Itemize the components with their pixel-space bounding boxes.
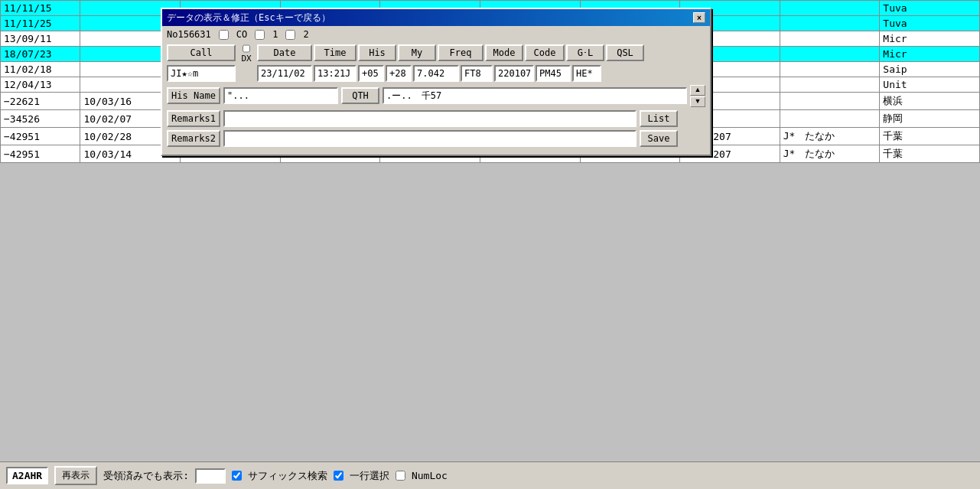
- modal-titlebar: データの表示＆修正（Escキーで戻る） ×: [162, 9, 710, 26]
- received-label: 受領済みでも表示:: [103, 469, 189, 483]
- bottom-bar: A2AHR 再表示 受領済みでも表示: サフィックス検索 一行選択 NumLoc: [0, 461, 980, 489]
- dx-label: DX: [241, 54, 251, 64]
- callsign-field: A2AHR: [6, 467, 48, 484]
- modal-dialog: データの表示＆修正（Escキーで戻る） × No156631 CO 1 2 Ca…: [161, 8, 711, 156]
- suffix-checkbox[interactable]: [232, 471, 242, 481]
- modal-title: データの表示＆修正（Escキーで戻る）: [167, 11, 330, 24]
- remarks1-label: Remarks1: [167, 110, 220, 127]
- gl-input[interactable]: [536, 65, 571, 82]
- co-checkbox[interactable]: [219, 30, 229, 40]
- code-input[interactable]: [494, 65, 534, 82]
- qth-button[interactable]: QTH: [341, 87, 379, 104]
- col-header-gl[interactable]: G･L: [566, 44, 604, 61]
- record-number: No156631: [167, 29, 211, 40]
- qth-input[interactable]: [383, 87, 687, 104]
- arrow-buttons: ▲ ▼: [690, 85, 705, 107]
- modal-body: No156631 CO 1 2 Call DX Date Time His My…: [162, 26, 710, 155]
- list-button[interactable]: List: [640, 110, 678, 127]
- his-name-input[interactable]: [223, 87, 338, 104]
- col-header-code[interactable]: Code: [525, 44, 565, 61]
- col-header-time[interactable]: Time: [314, 44, 357, 61]
- mode-input[interactable]: [461, 65, 493, 82]
- col-header-dx: DX: [237, 43, 256, 64]
- column-headers: Call DX Date Time His My Freq Mode Code …: [167, 43, 705, 64]
- arrow-up-button[interactable]: ▲: [690, 85, 705, 96]
- col-header-date[interactable]: Date: [257, 44, 312, 61]
- his-name-label: His Name: [167, 87, 220, 104]
- remarks1-row: Remarks1 List: [167, 110, 705, 127]
- modal-close-button[interactable]: ×: [693, 12, 705, 23]
- freq-input[interactable]: [413, 65, 459, 82]
- data-entry-row: [167, 65, 705, 82]
- no-checkbox-row: No156631 CO 1 2: [167, 29, 705, 40]
- single-line-checkbox[interactable]: [334, 471, 343, 481]
- remarks1-input[interactable]: [223, 110, 637, 127]
- col-header-call[interactable]: Call: [167, 44, 236, 61]
- numlock-label: NumLoc: [412, 470, 448, 481]
- col-header-freq[interactable]: Freq: [438, 44, 483, 61]
- arrow-down-button[interactable]: ▼: [690, 96, 705, 107]
- date-input[interactable]: [257, 65, 312, 82]
- single-line-label: 一行選択: [350, 469, 389, 483]
- numlock-checkbox[interactable]: [396, 471, 405, 481]
- save-button[interactable]: Save: [640, 130, 678, 147]
- co-label: CO: [236, 29, 247, 40]
- col-header-his[interactable]: His: [358, 44, 396, 61]
- my-input[interactable]: [386, 65, 412, 82]
- remarks2-row: Remarks2 Save: [167, 130, 705, 147]
- remarks2-input[interactable]: [223, 130, 637, 147]
- col-header-mode[interactable]: Mode: [485, 44, 523, 61]
- checkbox-2[interactable]: [285, 30, 295, 40]
- label-1: 1: [272, 29, 278, 40]
- label-2: 2: [303, 29, 308, 40]
- dx-checkbox[interactable]: [243, 44, 250, 54]
- received-input[interactable]: [195, 468, 226, 484]
- call-input[interactable]: [167, 65, 236, 82]
- redisplay-button[interactable]: 再表示: [54, 466, 97, 485]
- checkbox-1[interactable]: [255, 30, 265, 40]
- his-input[interactable]: [358, 65, 384, 82]
- col-header-qsl[interactable]: QSL: [606, 44, 644, 61]
- qsl-input[interactable]: [572, 65, 601, 82]
- col-header-my[interactable]: My: [398, 44, 436, 61]
- remarks2-label: Remarks2: [167, 130, 220, 147]
- his-name-row: His Name QTH ▲ ▼: [167, 85, 705, 107]
- time-input[interactable]: [314, 65, 357, 82]
- suffix-label: サフィックス検索: [248, 469, 327, 483]
